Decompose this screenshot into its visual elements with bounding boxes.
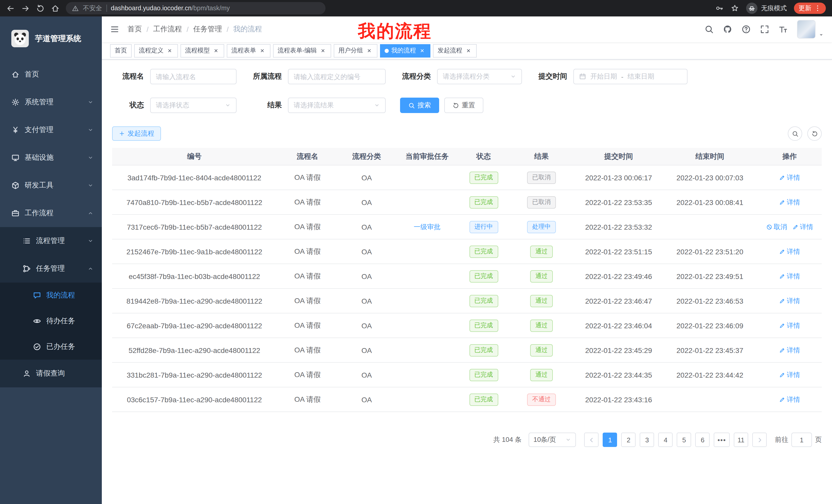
tags-view-item[interactable]: 流程定义× [134,44,178,57]
result-cell: 通过 [508,369,575,381]
fullscreen-icon[interactable] [760,25,769,34]
process-name-input[interactable] [150,69,237,84]
edit-icon [779,323,785,329]
github-icon[interactable] [723,25,732,34]
end-time: 2022-01-22 23:46:53 [662,297,757,305]
more-pages-button[interactable]: ••• [714,432,730,447]
sidebar-item-my-process[interactable]: 我的流程 [0,283,102,308]
sidebar-item-workflow[interactable]: 工作流程 [0,199,102,227]
user-icon [23,369,31,377]
prev-page-button[interactable] [584,432,599,447]
password-key-icon[interactable] [715,4,724,12]
hamburger-icon[interactable] [110,25,119,34]
create-process-button[interactable]: 发起流程 [112,127,161,141]
sidebar-item-task-mgmt[interactable]: 任务管理 [0,255,102,283]
chevron-down-icon [565,437,572,443]
detail-link[interactable]: 详情 [792,222,813,231]
submit-time-range-picker[interactable]: 开始日期 - 结束日期 [573,69,687,84]
page-button-2[interactable]: 2 [621,432,636,447]
tags-view-item[interactable]: 发起流程× [433,44,477,57]
browser-home-icon[interactable] [51,4,60,12]
page-button-1[interactable]: 1 [603,432,617,447]
avatar[interactable] [797,20,815,38]
search-button[interactable]: 搜索 [400,97,439,113]
question-icon[interactable] [742,25,751,34]
close-icon[interactable]: × [166,47,173,54]
security-warning-label[interactable]: 不安全 [83,4,102,12]
yen-icon [11,126,20,134]
detail-link[interactable]: 详情 [779,370,800,380]
tags-view-item[interactable]: 用户分组× [334,44,378,57]
close-icon[interactable]: × [366,47,373,54]
page-size-select[interactable]: 10条/页 [529,432,576,447]
tags-view-item[interactable]: 流程表单-编辑× [273,44,331,57]
sidebar-item-process-mgmt[interactable]: 流程管理 [0,227,102,255]
detail-link[interactable]: 详情 [779,345,800,355]
action-label: 取消 [774,222,787,231]
detail-link[interactable]: 详情 [779,173,800,182]
sidebar-item-devtools[interactable]: 研发工具 [0,172,102,199]
status-cell: 已完成 [459,270,508,282]
search-icon[interactable] [704,25,714,34]
tags-view-item[interactable]: 流程表单× [227,44,270,57]
breadcrumb-item[interactable]: 任务管理 [193,25,222,34]
address-bar[interactable]: 不安全 dashboard.yudao.iocoder.cn/bpm/task/… [66,2,326,15]
page-button-6[interactable]: 6 [696,432,710,447]
process-id: 52ffd28e-7b9a-11ec-a290-acde48001122 [112,346,277,354]
detail-link[interactable]: 详情 [779,272,800,281]
bookmark-star-icon[interactable] [731,4,739,12]
table-row: 52ffd28e-7b9a-11ec-a290-acde48001122OA 请… [112,338,822,363]
sidebar-item-system[interactable]: 系统管理 [0,88,102,116]
toggle-search-button[interactable] [788,127,802,141]
row-actions: 详情 [779,198,800,207]
font-size-icon[interactable] [779,25,788,34]
tags-view-item[interactable]: 流程模型× [181,44,224,57]
detail-link[interactable]: 详情 [779,395,800,404]
forward-icon[interactable] [21,4,30,12]
sidebar-item-leave-query[interactable]: 请假查询 [0,360,102,387]
sidebar: 芋道管理系统 首页系统管理支付管理基础设施研发工具工作流程流程管理任务管理我的流… [0,17,102,504]
update-button[interactable]: 更新 [794,3,826,14]
detail-link[interactable]: 详情 [779,321,800,330]
result-cell: 通过 [508,344,575,356]
sidebar-item-label: 待办任务 [46,316,94,326]
close-icon[interactable]: × [212,47,219,54]
user-menu[interactable] [797,20,824,38]
close-icon[interactable]: × [259,47,266,54]
breadcrumb-item[interactable]: 首页 [128,25,142,34]
category-select[interactable]: 请选择流程分类 [437,69,522,84]
parent-process-input[interactable] [288,69,386,84]
page-button-5[interactable]: 5 [677,432,691,447]
status-select[interactable]: 请选择状态 [150,97,237,113]
close-icon[interactable]: × [419,47,426,54]
sidebar-item-payment[interactable]: 支付管理 [0,116,102,144]
sidebar-item-infra[interactable]: 基础设施 [0,144,102,172]
tags-view-item[interactable]: 我的流程× [380,44,431,57]
detail-link[interactable]: 详情 [779,198,800,207]
close-icon[interactable]: × [465,47,472,54]
result-select[interactable]: 请选择流结果 [288,97,386,113]
actions-cell: 详情 [757,173,822,182]
reload-icon[interactable] [36,4,45,12]
detail-link[interactable]: 详情 [779,296,800,305]
refresh-table-button[interactable] [807,127,822,141]
result-tag: 处理中 [527,221,556,233]
breadcrumb-item[interactable]: 工作流程 [153,25,182,34]
back-icon[interactable] [6,4,15,12]
next-page-button[interactable] [752,432,767,447]
goto-page-input[interactable] [791,432,812,447]
close-icon[interactable]: × [319,47,327,54]
current-task-link[interactable]: 一级审批 [414,222,440,231]
reset-button[interactable]: 重置 [444,97,483,113]
tags-view-item[interactable]: 首页 [110,44,132,57]
page-button-11[interactable]: 11 [734,432,748,447]
sidebar-item-todo-tasks[interactable]: 待办任务 [0,308,102,334]
page-button-4[interactable]: 4 [658,432,673,447]
sidebar-item-home[interactable]: 首页 [0,61,102,88]
browser-menu-icon[interactable] [814,5,821,12]
page-button-3[interactable]: 3 [640,432,654,447]
navbar-actions [704,20,824,38]
detail-link[interactable]: 详情 [779,247,800,256]
sidebar-item-done-tasks[interactable]: 已办任务 [0,334,102,360]
cancel-link[interactable]: 取消 [766,222,787,231]
